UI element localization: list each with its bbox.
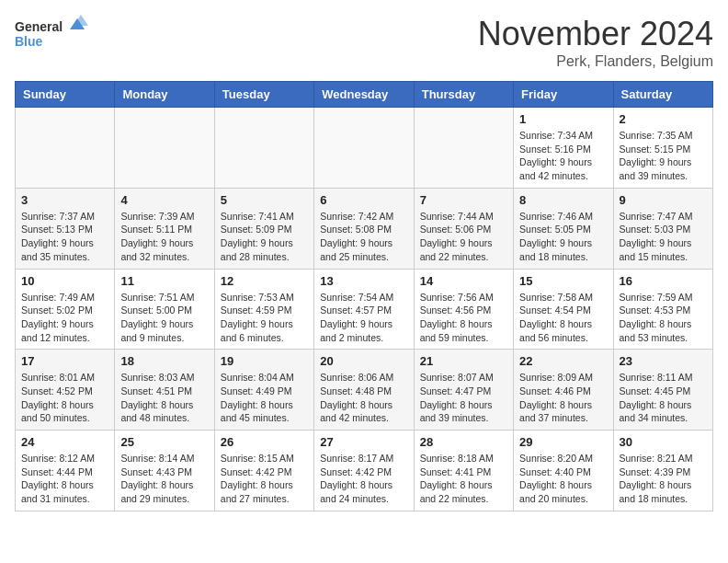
calendar-cell <box>16 108 115 189</box>
calendar-cell: 2Sunrise: 7:35 AM Sunset: 5:15 PM Daylig… <box>613 108 712 189</box>
calendar-cell: 11Sunrise: 7:51 AM Sunset: 5:00 PM Dayli… <box>115 269 214 350</box>
calendar-cell: 16Sunrise: 7:59 AM Sunset: 4:53 PM Dayli… <box>613 269 712 350</box>
day-info: Sunrise: 7:59 AM Sunset: 4:53 PM Dayligh… <box>620 291 707 345</box>
day-number: 6 <box>320 193 407 207</box>
day-info: Sunrise: 8:07 AM Sunset: 4:47 PM Dayligh… <box>420 371 507 425</box>
calendar-cell: 5Sunrise: 7:41 AM Sunset: 5:09 PM Daylig… <box>214 188 313 269</box>
calendar-cell: 12Sunrise: 7:53 AM Sunset: 4:59 PM Dayli… <box>214 269 313 350</box>
calendar-cell: 13Sunrise: 7:54 AM Sunset: 4:57 PM Dayli… <box>314 269 414 350</box>
header-thursday: Thursday <box>414 82 513 108</box>
day-number: 2 <box>620 112 707 126</box>
day-info: Sunrise: 8:12 AM Sunset: 4:44 PM Dayligh… <box>21 452 108 506</box>
day-info: Sunrise: 7:53 AM Sunset: 4:59 PM Dayligh… <box>221 291 308 345</box>
calendar-table: Sunday Monday Tuesday Wednesday Thursday… <box>15 81 713 511</box>
calendar-cell: 3Sunrise: 7:37 AM Sunset: 5:13 PM Daylig… <box>16 188 115 269</box>
svg-text:Blue: Blue <box>15 34 43 49</box>
day-info: Sunrise: 8:06 AM Sunset: 4:48 PM Dayligh… <box>320 371 407 425</box>
calendar-header: Sunday Monday Tuesday Wednesday Thursday… <box>16 82 713 108</box>
day-number: 4 <box>120 193 208 207</box>
calendar-cell: 29Sunrise: 8:20 AM Sunset: 4:40 PM Dayli… <box>514 431 613 511</box>
calendar-cell: 24Sunrise: 8:12 AM Sunset: 4:44 PM Dayli… <box>16 431 115 511</box>
calendar-cell: 9Sunrise: 7:47 AM Sunset: 5:03 PM Daylig… <box>613 188 712 269</box>
calendar-cell: 25Sunrise: 8:14 AM Sunset: 4:43 PM Dayli… <box>115 431 214 511</box>
svg-marker-3 <box>74 15 88 26</box>
day-info: Sunrise: 8:21 AM Sunset: 4:39 PM Dayligh… <box>620 452 707 506</box>
calendar-cell <box>414 108 513 189</box>
day-number: 21 <box>420 354 507 368</box>
calendar-cell: 15Sunrise: 7:58 AM Sunset: 4:54 PM Dayli… <box>514 269 613 350</box>
calendar-cell: 19Sunrise: 8:04 AM Sunset: 4:49 PM Dayli… <box>214 350 313 431</box>
calendar-week-5: 24Sunrise: 8:12 AM Sunset: 4:44 PM Dayli… <box>16 431 713 511</box>
calendar-cell: 10Sunrise: 7:49 AM Sunset: 5:02 PM Dayli… <box>16 269 115 350</box>
header-friday: Friday <box>514 82 613 108</box>
day-number: 1 <box>519 112 607 126</box>
calendar-cell: 17Sunrise: 8:01 AM Sunset: 4:52 PM Dayli… <box>16 350 115 431</box>
calendar-week-4: 17Sunrise: 8:01 AM Sunset: 4:52 PM Dayli… <box>16 350 713 431</box>
day-info: Sunrise: 7:37 AM Sunset: 5:13 PM Dayligh… <box>21 210 108 264</box>
day-number: 18 <box>120 354 208 368</box>
day-number: 13 <box>320 274 407 288</box>
calendar-cell: 21Sunrise: 8:07 AM Sunset: 4:47 PM Dayli… <box>414 350 513 431</box>
calendar-week-2: 3Sunrise: 7:37 AM Sunset: 5:13 PM Daylig… <box>16 188 713 269</box>
calendar-cell <box>214 108 313 189</box>
day-info: Sunrise: 7:44 AM Sunset: 5:06 PM Dayligh… <box>420 210 507 264</box>
day-info: Sunrise: 8:18 AM Sunset: 4:41 PM Dayligh… <box>420 452 507 506</box>
day-info: Sunrise: 7:42 AM Sunset: 5:08 PM Dayligh… <box>320 210 407 264</box>
calendar-cell: 23Sunrise: 8:11 AM Sunset: 4:45 PM Dayli… <box>613 350 712 431</box>
day-number: 8 <box>519 193 607 207</box>
day-info: Sunrise: 8:04 AM Sunset: 4:49 PM Dayligh… <box>221 371 308 425</box>
day-info: Sunrise: 8:15 AM Sunset: 4:42 PM Dayligh… <box>221 452 308 506</box>
header-saturday: Saturday <box>613 82 712 108</box>
day-info: Sunrise: 7:35 AM Sunset: 5:15 PM Dayligh… <box>620 129 707 183</box>
calendar-cell: 14Sunrise: 7:56 AM Sunset: 4:56 PM Dayli… <box>414 269 513 350</box>
calendar-cell: 4Sunrise: 7:39 AM Sunset: 5:11 PM Daylig… <box>115 188 214 269</box>
header-sunday: Sunday <box>16 82 115 108</box>
logo: General Blue <box>15 15 88 55</box>
month-title: November 2024 <box>478 15 713 53</box>
day-number: 28 <box>420 435 507 449</box>
calendar-body: 1Sunrise: 7:34 AM Sunset: 5:16 PM Daylig… <box>16 108 713 511</box>
day-info: Sunrise: 8:03 AM Sunset: 4:51 PM Dayligh… <box>120 371 208 425</box>
location: Perk, Flanders, Belgium <box>478 53 713 70</box>
day-number: 24 <box>21 435 108 449</box>
calendar-cell: 28Sunrise: 8:18 AM Sunset: 4:41 PM Dayli… <box>414 431 513 511</box>
day-info: Sunrise: 7:46 AM Sunset: 5:05 PM Dayligh… <box>519 210 607 264</box>
day-info: Sunrise: 7:34 AM Sunset: 5:16 PM Dayligh… <box>519 129 607 183</box>
day-info: Sunrise: 8:17 AM Sunset: 4:42 PM Dayligh… <box>320 452 407 506</box>
day-info: Sunrise: 7:56 AM Sunset: 4:56 PM Dayligh… <box>420 291 507 345</box>
day-info: Sunrise: 7:51 AM Sunset: 5:00 PM Dayligh… <box>120 291 208 345</box>
calendar-cell <box>115 108 214 189</box>
day-number: 10 <box>21 274 108 288</box>
calendar-cell: 6Sunrise: 7:42 AM Sunset: 5:08 PM Daylig… <box>314 188 414 269</box>
page-header: General Blue November 2024 Perk, Flander… <box>15 15 713 70</box>
day-number: 26 <box>221 435 308 449</box>
calendar-cell: 26Sunrise: 8:15 AM Sunset: 4:42 PM Dayli… <box>214 431 313 511</box>
day-number: 14 <box>420 274 507 288</box>
calendar-cell <box>314 108 414 189</box>
day-info: Sunrise: 8:01 AM Sunset: 4:52 PM Dayligh… <box>21 371 108 425</box>
day-number: 9 <box>620 193 707 207</box>
calendar-cell: 22Sunrise: 8:09 AM Sunset: 4:46 PM Dayli… <box>514 350 613 431</box>
day-number: 27 <box>320 435 407 449</box>
day-number: 23 <box>620 354 707 368</box>
day-info: Sunrise: 7:49 AM Sunset: 5:02 PM Dayligh… <box>21 291 108 345</box>
day-number: 25 <box>120 435 208 449</box>
header-row: Sunday Monday Tuesday Wednesday Thursday… <box>16 82 713 108</box>
day-info: Sunrise: 7:39 AM Sunset: 5:11 PM Dayligh… <box>120 210 208 264</box>
day-number: 20 <box>320 354 407 368</box>
day-info: Sunrise: 7:58 AM Sunset: 4:54 PM Dayligh… <box>519 291 607 345</box>
calendar-cell: 30Sunrise: 8:21 AM Sunset: 4:39 PM Dayli… <box>613 431 712 511</box>
day-info: Sunrise: 7:41 AM Sunset: 5:09 PM Dayligh… <box>221 210 308 264</box>
header-monday: Monday <box>115 82 214 108</box>
day-number: 22 <box>519 354 607 368</box>
calendar-cell: 27Sunrise: 8:17 AM Sunset: 4:42 PM Dayli… <box>314 431 414 511</box>
day-number: 5 <box>221 193 308 207</box>
day-info: Sunrise: 8:09 AM Sunset: 4:46 PM Dayligh… <box>519 371 607 425</box>
day-number: 7 <box>420 193 507 207</box>
logo-svg: General Blue <box>15 15 88 55</box>
calendar-cell: 1Sunrise: 7:34 AM Sunset: 5:16 PM Daylig… <box>514 108 613 189</box>
day-info: Sunrise: 8:14 AM Sunset: 4:43 PM Dayligh… <box>120 452 208 506</box>
svg-text:General: General <box>15 19 63 34</box>
day-number: 15 <box>519 274 607 288</box>
day-number: 19 <box>221 354 308 368</box>
